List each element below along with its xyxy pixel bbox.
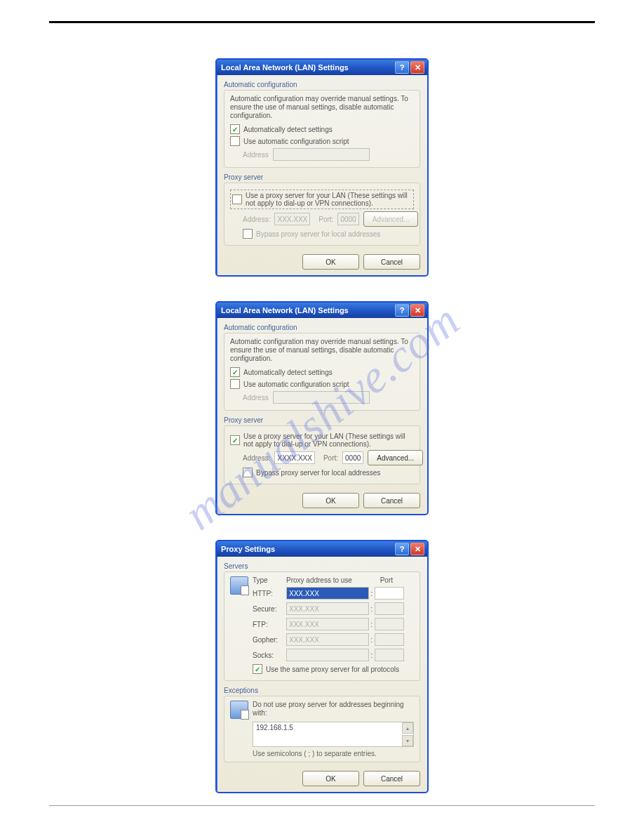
servers-icon [230, 576, 248, 595]
exceptions-desc: Do not use proxy server for addresses be… [253, 701, 414, 717]
ftp-port-input [375, 618, 404, 630]
auto-config-desc: Automatic configuration may override man… [230, 95, 414, 120]
ok-button[interactable]: OK [302, 254, 359, 270]
ok-button[interactable]: OK [302, 771, 359, 786]
use-proxy-checkbox[interactable] [230, 435, 240, 445]
proxy-port-input: 0000 [337, 213, 358, 225]
script-label: Use automatic configuration script [243, 138, 349, 145]
exceptions-value: 192.168.1.5 [256, 724, 293, 732]
exceptions-hint: Use semicolons ( ; ) to separate entries… [253, 750, 414, 757]
auto-config-legend: Automatic configuration [224, 81, 420, 88]
advanced-button[interactable]: Advanced... [368, 450, 423, 465]
secure-address-input: XXX.XXX [286, 602, 369, 615]
proxy-legend: Proxy server [224, 416, 420, 424]
bypass-checkbox[interactable] [243, 468, 253, 477]
proxy-address-label: Address: [243, 454, 270, 462]
socks-port-input [375, 649, 404, 661]
http-address-input[interactable]: XXX.XXX [286, 587, 369, 600]
ok-button[interactable]: OK [302, 493, 359, 508]
proxy-settings-dialog: Proxy Settings ? ✕ Servers Type Proxy ad… [215, 540, 429, 793]
auto-config-legend: Automatic configuration [224, 324, 420, 331]
gopher-port-input [375, 633, 404, 646]
script-address-label: Address [243, 394, 269, 402]
bypass-label: Bypass proxy server for local addresses [256, 230, 380, 238]
dialog-title: Proxy Settings [221, 545, 394, 553]
top-rule [49, 21, 595, 23]
lan-settings-dialog-1: Local Area Network (LAN) Settings ? ✕ Au… [215, 58, 429, 277]
scroll-down-icon[interactable]: ▾ [402, 735, 413, 746]
proxy-port-label: Port: [323, 454, 338, 462]
bypass-label: Bypass proxy server for local addresses [256, 469, 380, 477]
help-button[interactable]: ? [395, 61, 409, 74]
use-proxy-label: Use a proxy server for your LAN (These s… [246, 192, 412, 207]
close-button[interactable]: ✕ [410, 61, 424, 74]
exceptions-textarea[interactable]: 192.168.1.5 ▴ ▾ [253, 722, 414, 747]
proxy-group: Use a proxy server for your LAN (These s… [224, 183, 420, 246]
auto-config-desc: Automatic configuration may override man… [230, 338, 414, 363]
port-header: Port [369, 576, 393, 584]
cancel-button[interactable]: Cancel [363, 771, 420, 786]
script-checkbox[interactable] [230, 379, 240, 389]
proxy-port-input[interactable]: 0000 [342, 451, 363, 464]
type-header: Type [253, 576, 286, 584]
close-button[interactable]: ✕ [410, 304, 424, 317]
use-proxy-checkbox[interactable] [232, 194, 242, 204]
bypass-checkbox [243, 229, 253, 239]
secure-label: Secure: [253, 605, 286, 613]
titlebar: Local Area Network (LAN) Settings ? ✕ [217, 303, 427, 318]
cancel-button[interactable]: Cancel [363, 493, 420, 508]
servers-legend: Servers [224, 562, 420, 570]
detect-label: Automatically detect settings [243, 369, 333, 376]
proxy-address-input[interactable]: XXXX.XXX [274, 451, 314, 464]
same-proxy-label: Use the same proxy server for all protoc… [266, 666, 399, 673]
cancel-button[interactable]: Cancel [363, 254, 420, 270]
ftp-address-input: XXX.XXX [286, 618, 369, 630]
auto-config-group: Automatic configuration may override man… [224, 90, 420, 168]
help-button[interactable]: ? [395, 543, 409, 555]
socks-address-input [286, 649, 369, 661]
gopher-label: Gopher: [253, 636, 286, 644]
auto-config-group: Automatic configuration may override man… [224, 333, 420, 411]
detect-checkbox[interactable] [230, 124, 240, 134]
titlebar: Local Area Network (LAN) Settings ? ✕ [217, 60, 427, 75]
detect-label: Automatically detect settings [243, 126, 333, 133]
same-proxy-checkbox[interactable] [253, 664, 262, 674]
use-proxy-label: Use a proxy server for your LAN (These s… [243, 432, 414, 448]
script-address-input [273, 148, 370, 161]
bottom-rule [49, 805, 595, 806]
exceptions-icon [230, 701, 248, 719]
http-label: HTTP: [253, 590, 286, 597]
socks-label: Socks: [253, 651, 286, 659]
http-port-input[interactable] [375, 587, 404, 600]
lan-settings-dialog-2: Local Area Network (LAN) Settings ? ✕ Au… [215, 301, 429, 515]
script-label: Use automatic configuration script [243, 380, 349, 388]
ftp-label: FTP: [253, 621, 286, 628]
proxy-group: Use a proxy server for your LAN (These s… [224, 425, 420, 484]
proxy-address-label: Address: [243, 216, 270, 223]
gopher-address-input: XXX.XXX [286, 633, 369, 646]
titlebar: Proxy Settings ? ✕ [217, 541, 427, 557]
proxy-address-input: XXX.XXX [274, 213, 310, 225]
proxy-port-label: Port: [318, 216, 333, 223]
script-checkbox[interactable] [230, 136, 240, 146]
close-button[interactable]: ✕ [410, 543, 424, 555]
dialog-title: Local Area Network (LAN) Settings [221, 306, 394, 315]
secure-port-input [375, 602, 404, 615]
help-button[interactable]: ? [395, 304, 409, 317]
script-address-label: Address [243, 151, 269, 159]
dialog-title: Local Area Network (LAN) Settings [221, 63, 394, 72]
exceptions-legend: Exceptions [224, 687, 420, 694]
detect-checkbox[interactable] [230, 367, 240, 377]
servers-group: Type Proxy address to use Port HTTP:XXX.… [224, 571, 420, 681]
scroll-up-icon[interactable]: ▴ [402, 722, 413, 734]
script-address-input [273, 391, 370, 404]
proxy-legend: Proxy server [224, 173, 420, 181]
exceptions-group: Do not use proxy server for addresses be… [224, 696, 420, 762]
address-header: Proxy address to use [286, 576, 363, 584]
advanced-button: Advanced... [363, 211, 419, 227]
